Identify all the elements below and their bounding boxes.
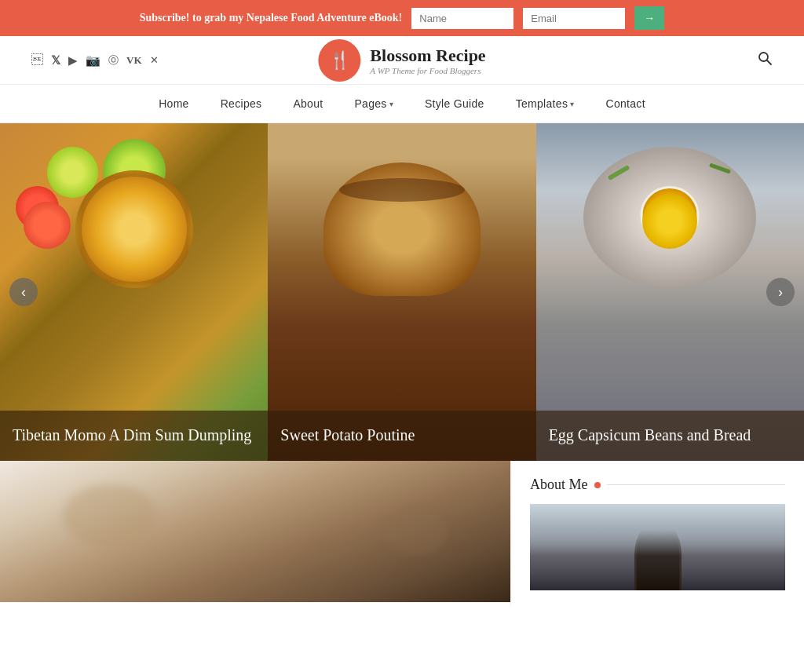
bottom-food-image: [0, 461, 510, 602]
bottom-section: About Me: [0, 461, 804, 606]
nav-templates[interactable]: Templates ▾: [500, 85, 590, 122]
svg-point-0: [759, 53, 768, 61]
about-me-dot: [594, 482, 601, 488]
search-button[interactable]: [757, 50, 773, 70]
logo-area: 🍴 Blossom Recipe A WP Theme for Food Blo…: [318, 39, 485, 82]
about-me-image: [530, 504, 785, 590]
nav-style-guide[interactable]: Style Guide: [409, 85, 500, 122]
svg-line-1: [767, 60, 771, 64]
banner-email-input[interactable]: [523, 8, 625, 29]
youtube-icon[interactable]: ▶: [68, 53, 78, 68]
nav-pages[interactable]: Pages ▾: [338, 85, 409, 122]
twitter-icon[interactable]: 𝕏: [51, 53, 60, 68]
slide-1-title: Tibetan Momo A Dim Sum Dumpling: [13, 425, 255, 445]
about-me-header: About Me: [530, 477, 785, 493]
banner-submit-button[interactable]: →: [634, 6, 664, 30]
slide-2-caption: Sweet Potato Poutine: [268, 411, 535, 461]
nav-contact[interactable]: Contact: [590, 85, 661, 122]
search-icon: [757, 50, 773, 66]
slide-1-caption: Tibetan Momo A Dim Sum Dumpling: [0, 411, 268, 461]
logo-text: Blossom Recipe A WP Theme for Food Blogg…: [370, 46, 485, 75]
social-icons:  𝕏 ▶ 📷 ⓞ VK ✕: [31, 53, 159, 68]
logo-circle: 🍴: [318, 39, 360, 82]
slide-3-title: Egg Capsicum Beans and Bread: [549, 425, 791, 445]
nav-recipes[interactable]: Recipes: [205, 85, 278, 122]
instagram-icon[interactable]: 📷: [86, 53, 100, 68]
slide-2-title: Sweet Potato Poutine: [280, 425, 523, 445]
slider-next-button[interactable]: ›: [766, 278, 795, 306]
nav-home[interactable]: Home: [143, 85, 205, 122]
vk-icon[interactable]: VK: [126, 54, 142, 67]
slide-1[interactable]: Tibetan Momo A Dim Sum Dumpling: [0, 123, 268, 461]
templates-dropdown-icon: ▾: [570, 100, 574, 108]
sidebar-about: About Me: [510, 461, 804, 606]
slide-3-caption: Egg Capsicum Beans and Bread: [536, 411, 804, 461]
site-title: Blossom Recipe: [370, 46, 485, 66]
xing-icon[interactable]: ✕: [150, 54, 159, 67]
banner-text: Subscribe! to grab my Nepalese Food Adve…: [140, 12, 403, 24]
odnoklassniki-icon[interactable]: ⓞ: [108, 53, 119, 68]
bottom-image-area: [0, 461, 510, 602]
about-me-label: About Me: [530, 477, 588, 493]
banner-name-input[interactable]: [411, 8, 513, 29]
slide-3[interactable]: Egg Capsicum Beans and Bread: [536, 123, 804, 461]
pages-dropdown-icon: ▾: [389, 100, 393, 108]
slider-prev-button[interactable]: ‹: [9, 278, 38, 306]
top-banner: Subscribe! to grab my Nepalese Food Adve…: [0, 0, 804, 36]
site-header:  𝕏 ▶ 📷 ⓞ VK ✕ 🍴 Blossom Recipe A WP The…: [0, 36, 804, 85]
nav-about[interactable]: About: [277, 85, 338, 122]
slide-2[interactable]: Sweet Potato Poutine: [268, 123, 535, 461]
site-subtitle: A WP Theme for Food Bloggers: [370, 66, 485, 75]
fork-icon: 🍴: [329, 50, 350, 71]
facebook-icon[interactable]: : [31, 53, 43, 67]
slider-section: ‹ Tibetan Momo A Dim Sum Dumpling Sweet …: [0, 123, 804, 461]
main-nav: Home Recipes About Pages ▾ Style Guide T…: [0, 85, 804, 123]
